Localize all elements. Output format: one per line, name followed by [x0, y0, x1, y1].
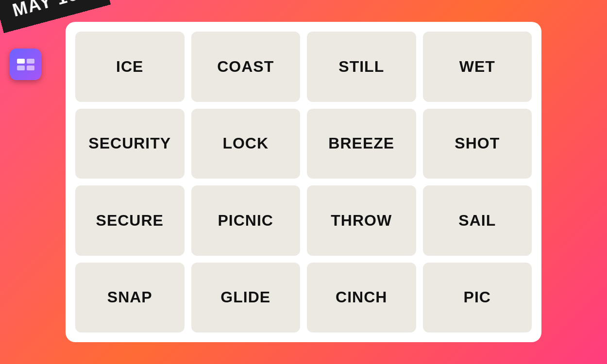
- word-text-snap: SNAP: [107, 288, 152, 306]
- game-container: ICECOASTSTILLWETSECURITYLOCKBREEZESHOTSE…: [66, 22, 541, 342]
- word-cell-secure[interactable]: SECURE: [75, 185, 185, 256]
- svg-rect-1: [27, 59, 34, 64]
- word-cell-pic[interactable]: PIC: [423, 263, 532, 333]
- word-text-ice: ICE: [116, 58, 143, 76]
- word-text-lock: LOCK: [222, 134, 269, 152]
- word-cell-coast[interactable]: COAST: [191, 32, 301, 102]
- word-cell-sail[interactable]: SAIL: [423, 185, 532, 256]
- word-text-pic: PIC: [464, 288, 491, 306]
- word-cell-breeze[interactable]: BREEZE: [307, 109, 416, 179]
- word-text-picnic: PICNIC: [218, 212, 273, 230]
- word-text-secure: SECURE: [96, 212, 164, 230]
- word-cell-ice[interactable]: ICE: [75, 32, 185, 102]
- word-text-coast: COAST: [217, 58, 274, 76]
- word-cell-security[interactable]: SECURITY: [75, 109, 185, 179]
- word-cell-lock[interactable]: LOCK: [191, 109, 301, 179]
- word-cell-still[interactable]: STILL: [307, 32, 416, 102]
- word-text-wet: WET: [459, 58, 495, 76]
- word-cell-cinch[interactable]: CINCH: [307, 263, 416, 333]
- word-cell-glide[interactable]: GLIDE: [191, 263, 301, 333]
- word-cell-picnic[interactable]: PICNIC: [191, 185, 301, 256]
- word-text-sail: SAIL: [458, 212, 496, 230]
- word-text-breeze: BREEZE: [328, 134, 394, 152]
- svg-rect-0: [17, 59, 25, 64]
- word-cell-shot[interactable]: SHOT: [423, 109, 532, 179]
- word-cell-snap[interactable]: SNAP: [75, 263, 185, 333]
- svg-rect-3: [27, 66, 34, 70]
- word-cell-throw[interactable]: THROW: [307, 185, 416, 256]
- word-text-shot: SHOT: [455, 134, 500, 152]
- app-icon: [10, 49, 41, 80]
- word-text-cinch: CINCH: [336, 288, 387, 306]
- word-text-still: STILL: [338, 58, 384, 76]
- svg-rect-2: [17, 66, 25, 70]
- word-grid: ICECOASTSTILLWETSECURITYLOCKBREEZESHOTSE…: [75, 32, 532, 332]
- word-cell-wet[interactable]: WET: [423, 32, 532, 102]
- word-text-glide: GLIDE: [220, 288, 270, 306]
- word-text-throw: THROW: [331, 212, 392, 230]
- word-text-security: SECURITY: [88, 134, 171, 152]
